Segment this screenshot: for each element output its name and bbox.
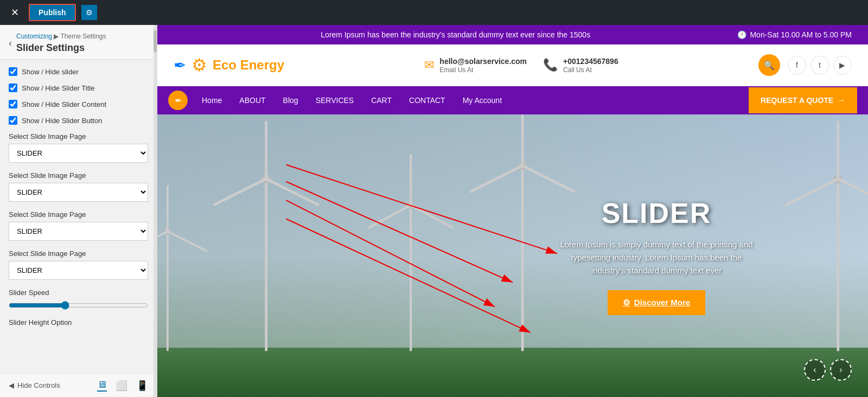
nav-home[interactable]: Home: [193, 86, 231, 114]
tablet-icon[interactable]: ⬜: [116, 380, 127, 392]
hero-slider: SLIDER Lorem Ipsum is simply dummy text …: [157, 114, 868, 397]
phone-icon: 📞: [543, 58, 558, 72]
discover-more-button[interactable]: ⚙ Discover More: [608, 290, 705, 315]
mobile-icon[interactable]: 📱: [136, 380, 148, 392]
show-hide-title-row: Show / Hide Slider Title: [9, 84, 148, 92]
hero-content: SLIDER Lorem Ipsum is simply dummy text …: [553, 197, 760, 315]
slider-speed-label: Slider Speed: [9, 289, 148, 297]
select-slide-image-page-4: Select Slide Image Page SLIDER Home Abou…: [9, 249, 148, 280]
email-icon: ✉: [424, 58, 434, 72]
gear-logo-icon: ⚙: [192, 55, 207, 75]
select-dropdown-3[interactable]: SLIDER Home About: [9, 222, 148, 241]
sidebar-footer: ◀ Hide Controls 🖥 ⬜ 📱: [0, 373, 157, 397]
sidebar-header: ‹ Customizing ▶ Theme Settings Slider Se…: [0, 25, 157, 60]
youtube-icon[interactable]: ▶: [833, 56, 852, 74]
phone-sub-label: Call Us At: [563, 66, 618, 74]
logo-area: ✒ ⚙ Eco Energy: [174, 55, 284, 75]
facebook-icon[interactable]: f: [788, 56, 806, 74]
twitter-icon[interactable]: t: [810, 56, 829, 74]
show-hide-slider-label[interactable]: Show / Hide slider: [22, 68, 79, 76]
email-contact: ✉ hello@solarservice.com Email Us At: [424, 56, 527, 74]
sidebar: ‹ Customizing ▶ Theme Settings Slider Se…: [0, 25, 157, 397]
select-label-1: Select Slide Image Page: [9, 132, 148, 140]
show-hide-slider-content-checkbox[interactable]: [9, 100, 17, 108]
hide-controls-label: Hide Controls: [17, 381, 60, 389]
sidebar-content: Show / Hide slider Show / Hide Slider Ti…: [0, 60, 157, 373]
nav-logo-circle: ✒: [168, 91, 188, 110]
request-quote-button[interactable]: REQUEST A QUOTE →: [749, 87, 857, 113]
show-hide-slider-button-label[interactable]: Show / Hide Slider Button: [22, 117, 102, 125]
phone-contact: 📞 +001234567896 Call Us At: [543, 56, 618, 74]
social-icons: f t ▶: [788, 56, 852, 74]
logo-text: Eco Energy: [213, 57, 284, 73]
nav-services[interactable]: SERVICES: [307, 86, 363, 114]
show-hide-slider-button-checkbox[interactable]: [9, 116, 17, 125]
sidebar-back-button[interactable]: ‹: [9, 37, 12, 49]
admin-bar: ✕ Publish ⚙: [0, 0, 868, 25]
slider-next-button[interactable]: ›: [830, 359, 852, 381]
select-dropdown-2[interactable]: SLIDER Home About: [9, 183, 148, 202]
top-banner: Lorem Ipsum has been the industry's stan…: [157, 25, 868, 44]
hero-description: Lorem Ipsum is simply dummy text of the …: [553, 238, 760, 277]
discover-label: Discover More: [634, 298, 690, 307]
email-link[interactable]: hello@solarservice.com: [439, 57, 527, 66]
show-hide-slider-title-label[interactable]: Show / Hide Slider Title: [22, 84, 94, 92]
device-icons: 🖥 ⬜ 📱: [97, 379, 148, 392]
publish-button[interactable]: Publish: [29, 4, 76, 21]
time-text: Mon-Sat 10.00 AM to 5.00 PM: [750, 30, 852, 39]
breadcrumb-customizing[interactable]: Customizing: [16, 33, 52, 40]
close-button[interactable]: ✕: [7, 4, 23, 21]
nav-blog[interactable]: Blog: [275, 86, 307, 114]
select-slide-image-page-1: Select Slide Image Page SLIDER Home Abou…: [9, 132, 148, 163]
slider-prev-button[interactable]: ‹: [804, 359, 826, 381]
sidebar-title: Slider Settings: [16, 42, 106, 54]
desktop-icon[interactable]: 🖥: [97, 379, 107, 392]
nav-items: Home ABOUT Blog SERVICES CART CONTACT My…: [193, 86, 749, 114]
nav-cart[interactable]: CART: [362, 86, 400, 114]
show-hide-slider-title-checkbox[interactable]: [9, 84, 17, 92]
navigation-bar: ✒ Home ABOUT Blog SERVICES CART CONTACT …: [157, 86, 868, 114]
show-hide-button-row: Show / Hide Slider Button: [9, 116, 148, 125]
select-label-2: Select Slide Image Page: [9, 171, 148, 180]
banner-text: Lorem Ipsum has been the industry's stan…: [174, 30, 737, 39]
site-header: ✒ ⚙ Eco Energy ✉ hello@solarservice.com …: [157, 44, 868, 86]
select-slide-image-page-3: Select Slide Image Page SLIDER Home Abou…: [9, 210, 148, 241]
nav-my-account[interactable]: My Account: [454, 86, 510, 114]
hide-controls-button[interactable]: ◀ Hide Controls: [9, 381, 60, 389]
breadcrumb: Customizing ▶ Theme Settings: [16, 33, 106, 40]
banner-time: 🕐 Mon-Sat 10.00 AM to 5.00 PM: [737, 30, 852, 39]
show-hide-slider-checkbox[interactable]: [9, 67, 17, 76]
header-contact: ✉ hello@solarservice.com Email Us At 📞 +…: [424, 56, 618, 74]
compass-icon: ✒: [174, 56, 186, 74]
hero-background: [157, 114, 868, 397]
nav-about[interactable]: ABOUT: [231, 86, 274, 114]
clock-icon: 🕐: [737, 30, 746, 39]
header-right: 🔍 f t ▶: [758, 54, 852, 76]
discover-icon: ⚙: [623, 298, 630, 308]
select-slide-image-page-2: Select Slide Image Page SLIDER Home Abou…: [9, 171, 148, 202]
show-hide-slider-row: Show / Hide slider: [9, 67, 148, 76]
show-hide-content-row: Show / Hide Slider Content: [9, 100, 148, 108]
back-arrow-icon: ◀: [9, 381, 14, 389]
select-label-3: Select Slide Image Page: [9, 210, 148, 219]
select-dropdown-4[interactable]: SLIDER Home About: [9, 261, 148, 280]
search-button[interactable]: 🔍: [758, 54, 780, 76]
slider-arrows: ‹ ›: [804, 359, 852, 381]
slider-speed-input[interactable]: [9, 301, 148, 310]
nav-contact[interactable]: CONTACT: [400, 86, 454, 114]
email-sub-label: Email Us At: [439, 66, 527, 74]
hero-title: SLIDER: [553, 197, 760, 229]
phone-link[interactable]: +001234567896: [563, 57, 618, 66]
show-hide-slider-content-label[interactable]: Show / Hide Slider Content: [22, 100, 106, 108]
preview-area: Lorem Ipsum has been the industry's stan…: [157, 25, 868, 397]
select-label-4: Select Slide Image Page: [9, 249, 148, 258]
main-layout: ‹ Customizing ▶ Theme Settings Slider Se…: [0, 25, 868, 397]
select-dropdown-1[interactable]: SLIDER Home About: [9, 144, 148, 163]
slider-height-label: Slider Height Option: [9, 318, 148, 326]
settings-gear-button[interactable]: ⚙: [81, 5, 97, 20]
